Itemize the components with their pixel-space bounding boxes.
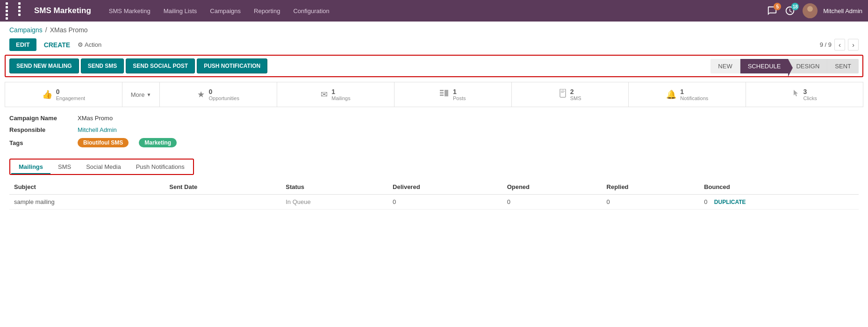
btn-send-new-mailing[interactable]: SEND NEW MAILING: [9, 58, 79, 73]
nav-reporting[interactable]: Reporting: [247, 0, 287, 22]
engagement-label: Engagement: [56, 95, 85, 101]
chat-badge: 5: [774, 3, 781, 10]
tag-bioutifoul[interactable]: Bioutifoul SMS: [78, 138, 129, 147]
cell-delivered: 0: [388, 195, 502, 210]
posts-count: 1: [453, 88, 466, 95]
nav-campaigns[interactable]: Campaigns: [203, 0, 247, 22]
campaign-name-label: Campaign Name: [9, 115, 70, 122]
col-subject: Subject: [9, 180, 165, 195]
stat-sms[interactable]: 2 SMS: [512, 82, 629, 107]
col-replied: Replied: [602, 180, 700, 195]
mailings-count: 1: [331, 88, 350, 95]
svg-point-1: [805, 12, 815, 18]
tag-marketing[interactable]: Marketing: [139, 138, 177, 147]
svg-point-0: [807, 6, 813, 12]
brand-name[interactable]: SMS Marketing: [34, 6, 91, 15]
svg-rect-2: [440, 90, 444, 91]
status-tabs: NEW SCHEDULE DESIGN SENT: [710, 58, 859, 73]
apps-icon[interactable]: [6, 2, 29, 20]
more-label: More: [131, 91, 145, 98]
nav-menu: SMS Marketing Mailing Lists Campaigns Re…: [102, 0, 767, 22]
sms-count: 2: [570, 88, 581, 95]
btn-send-sms[interactable]: SEND SMS: [81, 58, 124, 73]
duplicate-button[interactable]: DUPLICATE: [714, 199, 746, 205]
tab-sent[interactable]: SENT: [827, 59, 859, 73]
create-button[interactable]: CREATE: [39, 39, 75, 51]
stat-clicks[interactable]: 3 Clicks: [746, 82, 863, 107]
svg-rect-4: [440, 94, 444, 96]
pagination: 9 / 9 ‹ ›: [820, 39, 859, 51]
campaign-name-value: XMas Promo: [78, 115, 113, 122]
nav-mailing-lists[interactable]: Mailing Lists: [157, 0, 204, 22]
avatar[interactable]: [803, 3, 818, 18]
svg-rect-8: [561, 91, 565, 92]
subtab-social-media[interactable]: Social Media: [79, 160, 128, 174]
stat-more[interactable]: More ▼: [122, 82, 160, 107]
mailings-label: Mailings: [331, 95, 350, 101]
action-buttons-row: SEND NEW MAILING SEND SMS SEND SOCIAL PO…: [5, 55, 863, 77]
col-delivered: Delivered: [388, 180, 502, 195]
btn-push-notification[interactable]: PUSH NOTIFICATION: [197, 58, 267, 73]
user-name[interactable]: Mitchell Admin: [823, 7, 862, 15]
cell-subject[interactable]: sample mailing: [9, 195, 165, 210]
tags-label: Tags: [9, 139, 70, 146]
tab-new[interactable]: NEW: [710, 59, 740, 73]
campaign-name-row: Campaign Name XMas Promo: [9, 115, 859, 122]
stat-opportunities[interactable]: ★ 0 Opportunities: [160, 82, 277, 107]
subtab-push-notifications[interactable]: Push Notifications: [129, 160, 192, 174]
stat-engagement[interactable]: 👍 0 Engagement: [5, 82, 122, 107]
cursor-icon: [792, 89, 799, 101]
responsible-label: Responsible: [9, 126, 70, 133]
cell-sent-date: [165, 195, 281, 210]
responsible-value[interactable]: Mitchell Admin: [78, 126, 117, 133]
next-page-button[interactable]: ›: [848, 39, 859, 51]
bell-icon: 🔔: [666, 89, 676, 100]
prev-page-button[interactable]: ‹: [834, 39, 845, 51]
nav-sms-marketing[interactable]: SMS Marketing: [102, 0, 157, 22]
cell-opened: 0: [502, 195, 602, 210]
stat-mailings[interactable]: ✉ 1 Mailings: [277, 82, 395, 107]
subtab-mailings[interactable]: Mailings: [11, 160, 50, 174]
posts-icon: [440, 90, 449, 100]
col-opened: Opened: [502, 180, 602, 195]
svg-rect-7: [561, 90, 564, 90]
stats-bar: 👍 0 Engagement More ▼ ★ 0 Opportunities …: [5, 82, 863, 107]
clicks-count: 3: [803, 88, 817, 95]
svg-rect-5: [445, 90, 448, 96]
sub-tabs: Mailings SMS Social Media Push Notificat…: [11, 160, 192, 174]
chat-icon[interactable]: 5: [767, 6, 777, 16]
sub-tabs-wrapper: Mailings SMS Social Media Push Notificat…: [9, 159, 194, 175]
action-link[interactable]: ⚙ Action: [78, 41, 101, 48]
breadcrumb-separator: /: [45, 26, 47, 34]
clock-badge: 18: [791, 3, 799, 10]
responsible-row: Responsible Mitchell Admin: [9, 126, 859, 133]
col-sent-date: Sent Date: [165, 180, 281, 195]
tab-design[interactable]: DESIGN: [789, 59, 827, 73]
edit-button[interactable]: EDIT: [9, 38, 36, 51]
cell-replied: 0: [602, 195, 700, 210]
stat-notifications[interactable]: 🔔 1 Notifications: [629, 82, 746, 107]
subtab-sms[interactable]: SMS: [50, 160, 79, 174]
tab-schedule[interactable]: SCHEDULE: [740, 59, 789, 73]
btn-send-social-post[interactable]: SEND SOCIAL POST: [126, 58, 195, 73]
table-header-row: Subject Sent Date Status Delivered Opene…: [9, 180, 859, 195]
nav-configuration[interactable]: Configuration: [287, 0, 336, 22]
tags-row: Tags Bioutifoul SMS Marketing: [9, 138, 859, 147]
sms-label: SMS: [570, 95, 581, 101]
col-bounced: Bounced: [699, 180, 859, 195]
toolbar: EDIT CREATE ⚙ Action 9 / 9 ‹ ›: [0, 36, 868, 55]
navbar-right: 5 18 Mitchell Admin: [767, 3, 862, 18]
stat-posts[interactable]: 1 Posts: [395, 82, 512, 107]
opportunities-label: Opportunities: [208, 95, 239, 101]
cell-bounced: 0 DUPLICATE: [699, 195, 859, 210]
cell-status: In Queue: [281, 195, 388, 210]
svg-rect-3: [440, 92, 444, 94]
col-status: Status: [281, 180, 388, 195]
more-dropdown-icon: ▼: [146, 92, 151, 97]
breadcrumb-parent[interactable]: Campaigns: [9, 26, 43, 34]
clock-icon[interactable]: 18: [785, 6, 795, 16]
sms-icon: [559, 89, 567, 101]
clicks-label: Clicks: [803, 95, 817, 101]
page: Campaigns / XMas Promo EDIT CREATE ⚙ Act…: [0, 22, 868, 327]
notifications-label: Notifications: [680, 95, 708, 101]
